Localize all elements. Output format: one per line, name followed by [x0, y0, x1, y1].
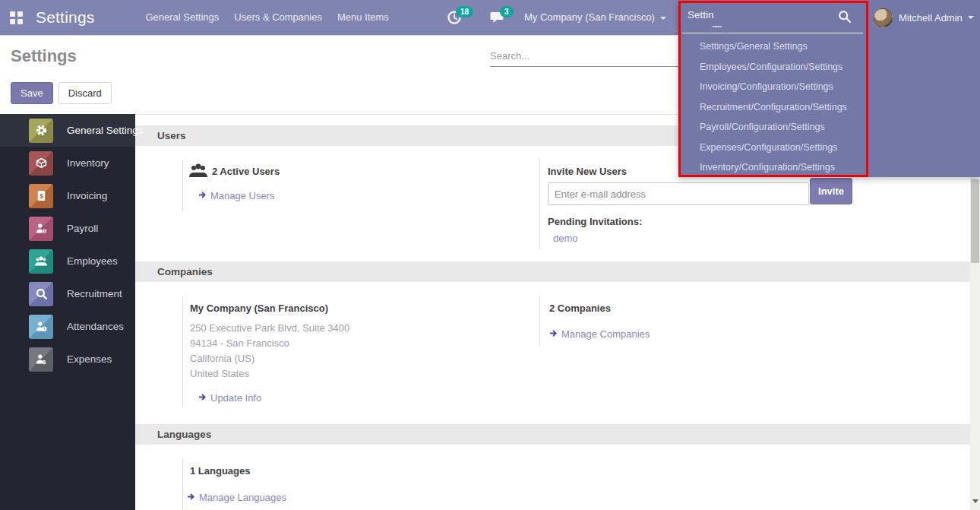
setting-box-divider [182, 296, 183, 407]
attendance-person-clock-icon [29, 315, 53, 339]
settings-app-window: Settings General Settings Users & Compan… [0, 0, 980, 510]
search-result-item[interactable]: Payroll/Configuration/Settings [678, 117, 980, 138]
gear-icon [29, 119, 53, 143]
people-group-icon [29, 249, 53, 274]
sidebar-item-general-settings[interactable]: General Settings [0, 114, 135, 147]
form-buttons: Save Discard [11, 82, 112, 104]
search-result-item[interactable]: Settings/General Settings [678, 36, 980, 57]
invite-button[interactable]: Invite [810, 178, 852, 204]
settings-sidebar: General Settings Inventory $ Invoicing $… [0, 114, 135, 510]
section-header-companies: Companies [135, 261, 970, 282]
search-result-item[interactable]: Expenses/Configuration/Settings [678, 138, 980, 158]
company-address-line: 94134 - San Francisco [190, 337, 289, 349]
chevron-down-icon [968, 16, 974, 19]
sidebar-item-label: General Settings [67, 125, 144, 136]
sidebar-item-label: Expenses [67, 353, 112, 365]
svg-text:$: $ [40, 192, 43, 200]
arrow-right-icon [198, 190, 207, 201]
box-icon [29, 151, 53, 176]
svg-text:$: $ [43, 359, 46, 366]
company-address-line: California (US) [190, 353, 254, 364]
sidebar-item-inventory[interactable]: Inventory [0, 147, 135, 179]
sidebar-item-expenses[interactable]: $ Expenses [0, 343, 135, 375]
pending-invitations-title: Pending Invitations: [548, 216, 642, 227]
scrollbar-down-arrow-icon[interactable] [972, 499, 978, 503]
activity-badge: 18 [456, 6, 473, 17]
company-address-line: United States [190, 368, 249, 379]
user-name: Mitchell Admin [899, 12, 963, 24]
update-info-link[interactable]: Update Info [198, 392, 261, 404]
sidebar-item-employees[interactable]: Employees [0, 245, 135, 277]
arrow-right-icon [198, 392, 207, 404]
update-info-label: Update Info [210, 392, 261, 404]
arrow-right-icon [187, 492, 195, 503]
setting-box-divider [182, 160, 183, 211]
expense-person-dollar-icon: $ [29, 347, 53, 372]
sidebar-item-attendances[interactable]: Attendances [0, 310, 135, 343]
setting-box-divider [182, 459, 183, 510]
app-brand-title: Settings [36, 8, 94, 27]
sidebar-item-recruitment[interactable]: Recruitment [0, 277, 135, 310]
manage-companies-label: Manage Companies [561, 328, 650, 340]
sidebar-item-label: Payroll [67, 223, 98, 234]
menu-users-companies[interactable]: Users & Companies [226, 0, 330, 35]
manage-companies-link[interactable]: Manage Companies [549, 328, 650, 340]
companies-count: 2 Companies [549, 303, 611, 314]
active-users-count: 2 Active Users [212, 166, 280, 177]
company-address-line: 250 Executive Park Blvd, Suite 3400 [190, 322, 349, 334]
setting-box-divider [539, 296, 540, 347]
user-menu[interactable]: Mitchell Admin [874, 0, 974, 35]
sidebar-item-label: Employees [67, 255, 118, 267]
messages-badge: 3 [500, 6, 514, 17]
invite-new-users-title: Invite New Users [548, 166, 627, 177]
svg-text:$: $ [43, 230, 46, 233]
page-title: Settings [11, 46, 77, 66]
arrow-right-icon [549, 328, 558, 340]
menu-menu-items[interactable]: Menu Items [330, 0, 397, 35]
text-cursor [713, 26, 722, 27]
search-result-item[interactable]: Employees/Configuration/Settings [678, 57, 980, 78]
section-header-languages: Languages [135, 424, 970, 445]
navbar-menu: General Settings Users & Companies Menu … [138, 0, 396, 35]
pending-user-label: demo [553, 233, 578, 244]
sidebar-item-label: Invoicing [67, 190, 107, 201]
manage-languages-label: Manage Languages [199, 492, 286, 503]
languages-count: 1 Languages [190, 465, 250, 477]
users-group-icon [188, 162, 208, 179]
chevron-down-icon [660, 17, 666, 20]
pending-invitation-user-link[interactable]: demo [553, 233, 578, 244]
search-result-item[interactable]: Inventory/Configuration/Settings [678, 157, 980, 178]
sidebar-item-label: Attendances [67, 321, 124, 332]
invite-email-field[interactable] [548, 182, 809, 205]
setting-box-divider [539, 160, 540, 249]
company-switcher-label: My Company (San Francisco) [524, 11, 655, 23]
company-switcher[interactable]: My Company (San Francisco) [524, 0, 666, 35]
search-results-list: Settings/General Settings Employees/Conf… [678, 36, 980, 178]
settings-search-input[interactable] [490, 47, 678, 67]
menu-general-settings[interactable]: General Settings [138, 0, 226, 35]
sidebar-item-label: Recruitment [67, 288, 122, 299]
search-input-underline [682, 33, 863, 33]
scrollbar-thumb[interactable] [971, 179, 979, 263]
save-button[interactable]: Save [11, 82, 53, 104]
company-name: My Company (San Francisco) [190, 303, 328, 314]
manage-users-link[interactable]: Manage Users [198, 190, 275, 201]
search-icon[interactable] [838, 10, 852, 24]
search-result-item[interactable]: Recruitment/Configuration/Settings [678, 97, 980, 118]
magnifier-icon [29, 282, 53, 306]
menu-search-input[interactable] [688, 9, 839, 21]
discard-button[interactable]: Discard [58, 82, 112, 104]
manage-languages-link[interactable]: Manage Languages [187, 492, 286, 503]
apps-grid-icon[interactable] [10, 11, 23, 24]
payroll-person-icon: $ [29, 217, 53, 241]
manage-users-label: Manage Users [210, 190, 275, 201]
search-result-item[interactable]: Invoicing/Configuration/Settings [678, 77, 980, 97]
invoice-document-icon: $ [29, 184, 53, 208]
sidebar-item-invoicing[interactable]: $ Invoicing [0, 179, 135, 212]
sidebar-item-payroll[interactable]: $ Payroll [0, 212, 135, 245]
user-avatar [874, 8, 893, 27]
sidebar-item-label: Inventory [67, 157, 109, 169]
